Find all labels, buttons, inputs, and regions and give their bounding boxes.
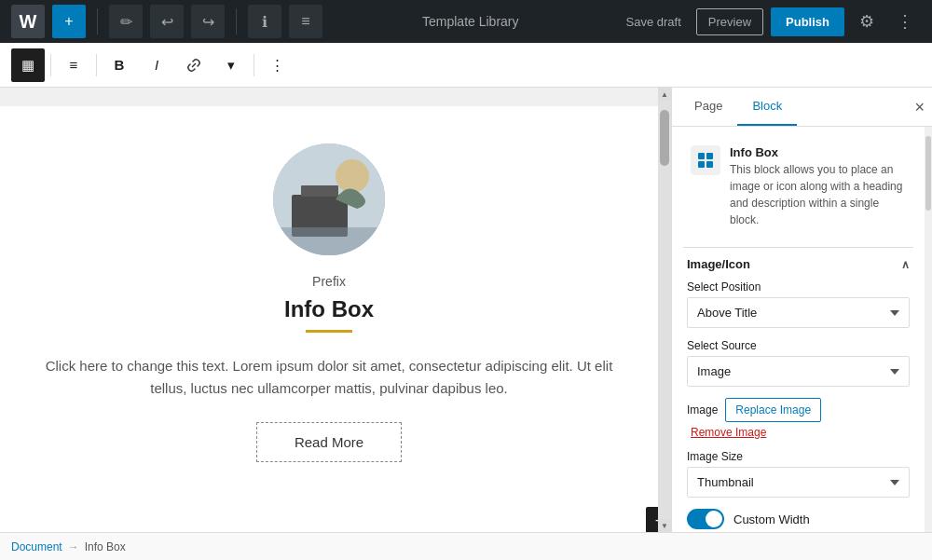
select-source-label: Select Source	[687, 339, 910, 352]
info-box-prefix: Prefix	[21, 274, 637, 289]
image-size-field: Image Size Thumbnail Medium Large Full	[683, 450, 913, 498]
canvas-scroll-wrapper: Prefix Info Box Click here to change thi…	[0, 88, 671, 532]
canvas-scrollbar: ▲ ▼	[658, 88, 671, 532]
svg-rect-8	[706, 161, 713, 168]
canvas-scroll-track	[658, 101, 671, 519]
tab-block[interactable]: Block	[737, 88, 797, 126]
add-block-button[interactable]: +	[646, 507, 658, 532]
svg-point-3	[336, 159, 369, 193]
breadcrumb-separator: →	[68, 540, 79, 553]
toolbar-divider-5	[254, 54, 254, 76]
info-box-title-wrapper: Info Box	[21, 296, 637, 336]
image-size-input[interactable]: Thumbnail Medium Large Full	[687, 467, 910, 498]
panel-scrollbar-thumb[interactable]	[925, 136, 931, 211]
svg-rect-6	[706, 153, 713, 159]
image-row: Image Replace Image	[683, 398, 913, 422]
panel-close-button[interactable]: ×	[914, 97, 925, 116]
breadcrumb: Document → Info Box	[0, 532, 932, 560]
add-new-button[interactable]: +	[52, 5, 86, 38]
main-layout: Prefix Info Box Click here to change thi…	[0, 88, 932, 532]
svg-rect-4	[273, 227, 385, 255]
admin-actions: Save draft Preview Publish ⚙ ⋮	[619, 7, 921, 36]
read-more-button[interactable]: Read More	[256, 422, 402, 462]
toolbar-divider-3	[50, 54, 51, 76]
section-image-icon-label: Image/Icon	[687, 257, 750, 271]
info-box-title[interactable]: Info Box	[284, 296, 374, 333]
settings-button[interactable]: ⚙	[852, 7, 882, 35]
wp-logo[interactable]: W	[11, 5, 45, 38]
redo-button[interactable]: ↪	[191, 5, 225, 38]
block-info: Info Box This block allows you to place …	[683, 138, 913, 236]
edit-tool-button[interactable]: ✏	[109, 5, 143, 38]
select-position-field: Select Position Above Title Below Title …	[683, 280, 913, 328]
info-box-image	[273, 143, 385, 255]
select-source-input[interactable]: Image Icon None	[687, 356, 910, 387]
breadcrumb-document[interactable]: Document	[11, 540, 62, 553]
publish-button[interactable]: Publish	[771, 7, 844, 36]
canvas: Prefix Info Box Click here to change thi…	[0, 106, 658, 532]
right-panel: Page Block × Info Box This block allows …	[671, 88, 932, 532]
custom-width-toggle-row: Custom Width	[683, 509, 913, 529]
breadcrumb-current: Info Box	[85, 540, 126, 553]
dropdown-button[interactable]: ▾	[214, 48, 248, 82]
block-info-text-wrapper: Info Box This block allows you to place …	[730, 145, 906, 228]
align-button[interactable]: ≡	[57, 48, 90, 82]
tab-page[interactable]: Page	[679, 88, 737, 126]
toolbar-divider-2	[236, 8, 237, 34]
panel-tabs: Page Block ×	[672, 88, 932, 127]
info-button[interactable]: ℹ	[248, 5, 281, 38]
bold-button[interactable]: B	[103, 48, 136, 82]
canvas-area: Prefix Info Box Click here to change thi…	[0, 88, 658, 532]
block-type-button[interactable]: ▦	[11, 48, 45, 82]
page-title: Template Library	[330, 14, 611, 29]
panel-content: Info Box This block allows you to place …	[672, 127, 925, 532]
list-view-button[interactable]: ≡	[289, 5, 322, 38]
info-box-description[interactable]: Click here to change this text. Lorem ip…	[31, 355, 627, 400]
canvas-scroll-up[interactable]: ▲	[658, 88, 671, 101]
preview-button[interactable]: Preview	[696, 8, 763, 35]
link-button[interactable]	[177, 48, 211, 82]
block-info-description: This block allows you to place an image …	[730, 161, 906, 228]
canvas-scroll-down[interactable]: ▼	[658, 519, 671, 532]
admin-bar: W + ✏ ↩ ↪ ℹ ≡ Template Library Save draf…	[0, 0, 932, 43]
block-toolbar: ▦ ≡ B I ▾ ⋮	[0, 43, 932, 88]
section-image-icon[interactable]: Image/Icon ∧	[683, 247, 913, 280]
save-draft-button[interactable]: Save draft	[619, 11, 689, 33]
remove-image-button[interactable]: Remove Image	[687, 426, 770, 439]
select-position-label: Select Position	[687, 280, 910, 294]
custom-width-label: Custom Width	[733, 512, 810, 526]
more-options-button[interactable]: ⋮	[889, 7, 921, 35]
svg-rect-7	[698, 161, 705, 168]
italic-button[interactable]: I	[140, 48, 173, 82]
right-panel-scroll-wrapper: Info Box This block allows you to place …	[672, 127, 932, 532]
more-block-options-button[interactable]: ⋮	[260, 48, 294, 82]
replace-image-button[interactable]: Replace Image	[725, 398, 821, 422]
block-info-icon	[691, 145, 720, 175]
image-label: Image	[687, 403, 718, 417]
toolbar-divider-1	[97, 8, 98, 34]
svg-rect-2	[301, 185, 338, 197]
section-collapse-icon: ∧	[901, 258, 910, 271]
canvas-scroll-thumb[interactable]	[660, 110, 669, 166]
toolbar-divider-4	[96, 54, 97, 76]
image-size-label: Image Size	[687, 450, 910, 463]
block-info-title: Info Box	[730, 145, 906, 159]
undo-button[interactable]: ↩	[150, 5, 184, 38]
svg-rect-5	[698, 153, 705, 159]
panel-scrollbar	[925, 127, 932, 532]
custom-width-toggle[interactable]	[687, 509, 724, 529]
select-position-input[interactable]: Above Title Below Title Left of Title Ri…	[687, 297, 910, 328]
select-source-field: Select Source Image Icon None	[683, 339, 913, 387]
